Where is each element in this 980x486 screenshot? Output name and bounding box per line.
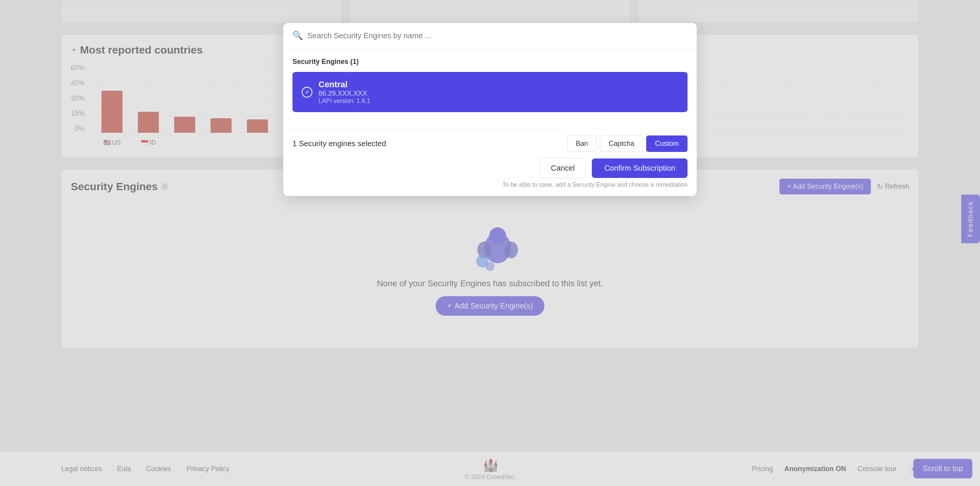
custom-button[interactable]: Custom — [646, 135, 688, 152]
engine-check-icon: ✓ — [302, 87, 312, 98]
ban-button[interactable]: Ban — [567, 135, 597, 152]
modal-overlay: 🔍 Security Engines (1) ✓ Central 86.29.X… — [0, 0, 980, 486]
captcha-button[interactable]: Captcha — [600, 135, 643, 152]
engine-info: Central 86.29.XXX.XXX LAPI version: 1.6.… — [318, 80, 370, 104]
captcha-label: Captcha — [609, 140, 634, 147]
remediation-buttons: Ban Captcha Custom — [567, 135, 688, 152]
engines-selected-text: 1 Security engines selected — [292, 139, 386, 148]
modal-footer-row1: 1 Security engines selected Ban Captcha … — [292, 135, 688, 152]
modal-footer: 1 Security engines selected Ban Captcha … — [283, 129, 697, 196]
modal-search-icon: 🔍 — [292, 31, 303, 41]
modal-body: Security Engines (1) ✓ Central 86.29.XXX… — [283, 49, 697, 129]
modal-search-input[interactable] — [307, 31, 688, 40]
modal-footer-row2: Cancel Confirm Subscription — [292, 158, 688, 178]
engine-version: LAPI version: 1.6.1 — [318, 98, 370, 104]
engines-count-label: Security Engines (1) — [292, 58, 688, 66]
confirm-subscription-button[interactable]: Confirm Subscription — [592, 158, 688, 178]
engine-ip: 86.29.XXX.XXX — [318, 90, 370, 98]
main-content: ▼ Most reported countries 60% 45% 30% 15… — [0, 0, 980, 486]
modal-search-area: 🔍 — [283, 23, 697, 49]
subscription-modal: 🔍 Security Engines (1) ✓ Central 86.29.X… — [283, 23, 697, 196]
helper-text: To be able to save, add a Security Engin… — [292, 181, 688, 188]
ban-label: Ban — [576, 140, 588, 147]
custom-label: Custom — [655, 140, 679, 147]
engine-name: Central — [318, 80, 370, 90]
cancel-button[interactable]: Cancel — [540, 158, 586, 178]
engine-item-central[interactable]: ✓ Central 86.29.XXX.XXX LAPI version: 1.… — [292, 72, 688, 112]
